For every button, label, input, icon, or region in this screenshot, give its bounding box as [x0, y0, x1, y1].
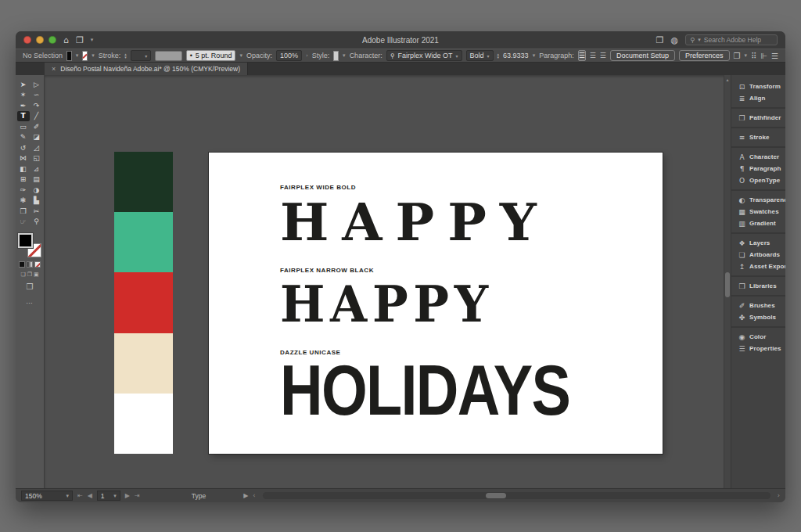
swatch-white[interactable] [114, 394, 173, 454]
next-artboard-icon[interactable]: ▶ [125, 492, 130, 499]
eraser-tool[interactable]: ◪ [31, 132, 43, 143]
column-graph-tool[interactable]: ▙ [31, 196, 43, 207]
document-tab[interactable]: × Diseño Postal Navideña Adobe.ai* @ 150… [45, 63, 248, 75]
color-button[interactable] [19, 261, 25, 268]
text-group-3[interactable]: DAZZLE UNICASE HOLIDAYS [280, 349, 625, 423]
arrange-grid-icon[interactable]: ⠿ [751, 52, 756, 60]
zoom-tool[interactable]: ⚲ [31, 217, 43, 228]
scroll-left-icon[interactable]: ‹ [253, 492, 255, 499]
rectangle-tool[interactable]: ▭ [17, 121, 30, 132]
dock-panel-icon[interactable]: ⊩ [760, 52, 767, 60]
shape-builder-tool[interactable]: ◧ [17, 164, 30, 174]
workspace-layout-icon[interactable]: ❐ [76, 36, 84, 45]
canvas-pasteboard[interactable]: FAIRPLEX WIDE BOLD HAPPY FAIRPLEX NARROW… [45, 75, 731, 488]
panel-view-icon[interactable]: ❐ [656, 36, 664, 45]
headline-text-3[interactable]: HOLIDAYS [280, 358, 569, 423]
selection-tool[interactable]: ➤ [17, 79, 30, 90]
symbol-sprayer-tool[interactable]: ❃ [17, 196, 30, 207]
panel-transparency[interactable]: ◐ Transparency [731, 194, 785, 206]
brush-chevron-icon[interactable]: ▾ [239, 52, 242, 59]
status-menu-arrow-icon[interactable]: ▶ [243, 492, 248, 499]
workspace-switcher-chevron-icon[interactable]: ▾ [744, 52, 747, 59]
stroke-color-swatch[interactable] [82, 51, 88, 61]
headline-text-1[interactable]: HAPPY [280, 196, 550, 248]
panel-stroke[interactable]: ≡ Stroke [731, 131, 785, 143]
vertical-scrollbar-thumb[interactable] [725, 272, 730, 297]
panel-symbols[interactable]: ✤ Symbols [731, 311, 785, 323]
horizontal-scrollbar[interactable] [263, 492, 770, 499]
first-artboard-icon[interactable]: ⇤ [77, 492, 83, 499]
text-group-1[interactable]: FAIRPLEX WIDE BOLD HAPPY [280, 184, 550, 248]
headline-text-2[interactable]: HAPPY [280, 279, 494, 329]
style-chevron-icon[interactable]: ▾ [343, 52, 346, 59]
draw-normal-icon[interactable]: ❏ [20, 271, 25, 278]
zoom-level-dropdown[interactable]: 150% ▾ [21, 491, 73, 501]
font-size-value[interactable]: 63.9333 [503, 52, 529, 59]
panel-transform[interactable]: ⊡ Transform [731, 81, 785, 92]
perspective-grid-tool[interactable]: ⊿ [31, 164, 43, 174]
swatch-teal-green[interactable] [114, 212, 173, 272]
gradient-tool[interactable]: ▤ [31, 174, 43, 185]
draw-inside-icon[interactable]: ▣ [34, 271, 39, 278]
panel-brushes[interactable]: ✐ Brushes [731, 300, 785, 311]
last-artboard-icon[interactable]: ⇥ [135, 492, 140, 499]
none-button[interactable] [34, 261, 41, 268]
close-window-button[interactable] [23, 36, 31, 44]
font-size-chevron-icon[interactable]: ▾ [533, 52, 536, 59]
width-tool[interactable]: ⋈ [17, 153, 30, 164]
panel-pathfinder[interactable]: ❐ Pathfinder [731, 112, 785, 124]
panel-color[interactable]: ◉ Color [731, 331, 785, 343]
swatch-dark-green[interactable] [114, 152, 173, 212]
font-sample-label-1[interactable]: FAIRPLEX WIDE BOLD [280, 184, 550, 191]
magic-wand-tool[interactable]: ✶ [17, 90, 30, 101]
graphic-style-swatch[interactable] [333, 51, 339, 61]
opacity-submenu-icon[interactable]: › [306, 52, 308, 59]
align-right-button[interactable]: ☰ [600, 50, 606, 61]
line-segment-tool[interactable]: ╱ [31, 111, 43, 122]
panel-character[interactable]: A Character [731, 151, 785, 163]
panel-align[interactable]: ≣ Align [731, 92, 785, 104]
document-setup-button[interactable]: Document Setup [610, 50, 675, 61]
workspace-switcher-icon[interactable]: ❐ [734, 52, 741, 60]
stroke-chevron-icon[interactable]: ▾ [92, 52, 95, 59]
bar-menu-icon[interactable]: ☰ [771, 52, 778, 60]
opacity-dropdown[interactable]: 100% [276, 50, 302, 61]
stepper-down-icon[interactable]: ▾ [124, 56, 127, 59]
paintbrush-tool[interactable]: ✐ [31, 121, 43, 132]
stepper-down-icon[interactable]: ▾ [497, 56, 500, 59]
slice-tool[interactable]: ✂ [31, 206, 43, 217]
lightbulb-icon[interactable]: ◍ [670, 36, 678, 45]
blend-tool[interactable]: ◑ [31, 185, 43, 196]
brush-definition-dropdown[interactable]: • 5 pt. Round [186, 50, 236, 61]
rotate-tool[interactable]: ↺ [17, 142, 30, 153]
font-sample-label-2[interactable]: FAIRPLEX NARROW BLACK [280, 267, 505, 274]
artboard-navigation-dropdown[interactable]: 1 ▾ [97, 491, 120, 501]
pencil-tool[interactable]: ✎ [17, 132, 30, 143]
fill-stroke-indicator[interactable] [18, 233, 41, 257]
panel-layers[interactable]: ❖ Layers [731, 237, 785, 249]
edit-toolbar-icon[interactable]: … [26, 297, 34, 305]
font-family-dropdown[interactable]: ⚲ Fairplex Wide OT ▾ [386, 50, 462, 61]
vertical-scrollbar[interactable]: ▴ [724, 75, 731, 488]
type-tool[interactable]: T [17, 111, 30, 122]
align-center-button[interactable]: ☰ [590, 50, 596, 61]
scroll-up-icon[interactable]: ▴ [724, 77, 731, 82]
align-left-button[interactable]: ☰ [578, 50, 586, 61]
panel-opentype[interactable]: O OpenType [731, 174, 785, 186]
fill-indicator[interactable] [18, 233, 33, 248]
eyedropper-tool[interactable]: ✑ [17, 185, 30, 196]
lasso-tool[interactable]: ∽ [31, 90, 43, 101]
draw-behind-icon[interactable]: ❐ [27, 271, 32, 278]
mesh-tool[interactable]: ⊞ [17, 174, 30, 185]
horizontal-scrollbar-thumb[interactable] [486, 493, 506, 498]
fill-chevron-icon[interactable]: ▾ [76, 52, 79, 59]
scroll-right-icon[interactable]: › [778, 492, 780, 499]
home-icon[interactable]: ⌂ [63, 36, 69, 45]
pen-tool[interactable]: ✒ [17, 100, 30, 111]
panel-artboards[interactable]: ❏ Artboards [731, 249, 785, 261]
fill-color-swatch[interactable] [66, 51, 72, 61]
gradient-button[interactable] [27, 261, 33, 268]
artboard[interactable]: FAIRPLEX WIDE BOLD HAPPY FAIRPLEX NARROW… [209, 153, 663, 454]
panel-swatches[interactable]: ▦ Swatches [731, 206, 785, 217]
minimize-window-button[interactable] [36, 36, 44, 44]
